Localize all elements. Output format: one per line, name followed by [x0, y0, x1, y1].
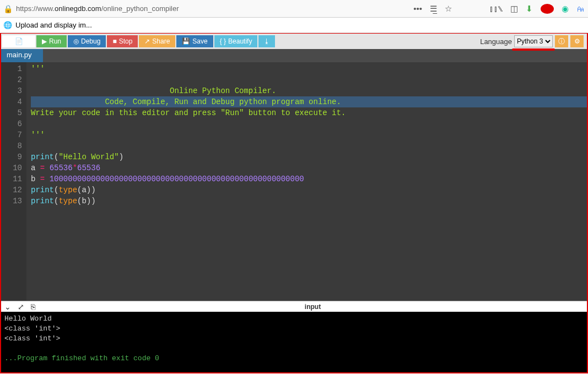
line-number: 3 [2, 85, 22, 96]
url-prefix: https://www. [16, 4, 55, 13]
line-gutter: 12345678910111213 [1, 62, 26, 301]
stop-button[interactable]: ■Stop [107, 35, 138, 47]
copy-icon[interactable]: ⎘ [31, 302, 35, 311]
line-number: 2 [2, 74, 22, 85]
globe-icon: 🌐 [3, 21, 12, 29]
line-number: 1 [2, 63, 22, 74]
console-line: <class 'int'> [4, 334, 584, 344]
url-domain: onlinegdb.com [55, 4, 101, 13]
code-editor[interactable]: 12345678910111213 ''' Online Python Comp… [1, 62, 587, 301]
main-toolbar: 📄 ▶Run ◎Debug ■Stop ↗Share 💾Save { }Beau… [1, 34, 587, 49]
code-line[interactable]: ''' [31, 129, 587, 140]
console-output[interactable]: Hello World<class 'int'><class 'int'> ..… [1, 312, 587, 372]
editor-tab-label: main.py [7, 51, 32, 59]
code-line[interactable]: print("Hello World") [31, 151, 587, 162]
debug-label: Debug [81, 37, 100, 45]
line-number: 12 [2, 185, 22, 196]
info-icon: ⓘ [558, 37, 565, 46]
save-button[interactable]: 💾Save [176, 35, 213, 47]
console-exit-line: ...Program finished with exit code 0 [4, 354, 584, 364]
chevron-down-icon[interactable]: ⌄ [4, 302, 11, 311]
stop-label: Stop [119, 37, 133, 45]
share-label: Share [152, 37, 170, 45]
line-number: 9 [2, 151, 22, 162]
target-icon: ◎ [73, 37, 79, 45]
line-number: 5 [2, 107, 22, 118]
save-label: Save [192, 37, 207, 45]
download-button[interactable]: ⭳ [258, 35, 275, 47]
code-line[interactable]: Write your code in this editor and press… [31, 107, 587, 118]
language-label: Language [480, 37, 512, 46]
console-toolbar: ⌄ ⤢ ⎘ input [1, 301, 587, 312]
save-icon: 💾 [182, 37, 190, 45]
beautify-label: Beautify [228, 37, 252, 45]
browser-actions: ••• ☰̲ ☆ ⫿⫿⑊ ◫ ⬇ ◉ 🗛 [413, 4, 585, 14]
lock-icon: 🔒 [3, 4, 13, 13]
code-line[interactable] [31, 118, 587, 129]
code-line[interactable]: print(type(a)) [31, 185, 587, 196]
play-icon: ▶ [42, 37, 47, 45]
language-select[interactable]: Python 3 [514, 35, 553, 47]
code-line[interactable]: a = 65536*65536 [31, 162, 587, 174]
share-icon: ↗ [144, 37, 150, 45]
reader-icon[interactable]: ☰̲ [430, 4, 437, 14]
translate-icon[interactable]: 🗛 [576, 4, 585, 13]
gear-icon: ⚙ [574, 37, 580, 45]
console-line: <class 'int'> [4, 324, 584, 334]
line-number: 8 [2, 140, 22, 151]
run-button[interactable]: ▶Run [36, 35, 67, 47]
url-path: /online_python_compiler [101, 4, 179, 13]
input-label: input [42, 303, 584, 311]
more-icon[interactable]: ••• [413, 4, 422, 13]
stop-icon: ■ [112, 37, 116, 45]
line-number: 10 [2, 162, 22, 174]
code-line[interactable]: Online Python Compiler. [31, 85, 587, 96]
beautify-button[interactable]: { }Beautify [214, 35, 258, 47]
browser-address-bar: 🔒 https://www.onlinegdb.com/online_pytho… [0, 0, 588, 18]
share-button[interactable]: ↗Share [139, 35, 175, 47]
console-line: Hello World [4, 314, 584, 324]
code-line[interactable]: b = 100000000000000000000000000000000000… [31, 174, 587, 185]
debug-button[interactable]: ◎Debug [68, 35, 106, 47]
code-line[interactable]: print(type(b)) [31, 196, 587, 207]
new-file-button[interactable]: 📄 [2, 35, 35, 47]
code-line[interactable]: ''' [31, 63, 587, 74]
grammarly-icon[interactable]: ◉ [562, 4, 569, 14]
url-input[interactable]: https://www.onlinegdb.com/online_python_… [16, 4, 413, 13]
extension-red-icon[interactable] [541, 4, 554, 14]
info-button[interactable]: ⓘ [555, 35, 568, 47]
expand-icon[interactable]: ⤢ [18, 302, 24, 311]
library-icon[interactable]: ⫿⫿⑊ [489, 4, 503, 13]
line-number: 13 [2, 196, 22, 207]
line-number: 7 [2, 129, 22, 140]
code-line[interactable] [31, 140, 587, 151]
editor-tabs: main.py [1, 49, 587, 62]
download-arrow-icon[interactable]: ⬇ [526, 4, 533, 14]
line-number: 4 [2, 96, 22, 107]
code-line[interactable]: Code, Compile, Run and Debug python prog… [31, 96, 587, 107]
code-line[interactable] [31, 74, 587, 85]
editor-tab-main[interactable]: main.py [1, 49, 43, 62]
settings-button[interactable]: ⚙ [570, 35, 584, 47]
browser-tab-strip: 🌐 Upload and display im... [0, 18, 588, 33]
braces-icon: { } [220, 37, 226, 45]
run-label: Run [49, 37, 61, 45]
line-number: 6 [2, 118, 22, 129]
file-icon: 📄 [15, 37, 23, 45]
sidebar-icon[interactable]: ◫ [510, 4, 518, 14]
tab-title[interactable]: Upload and display im... [15, 21, 92, 29]
code-area[interactable]: ''' Online Python Compiler. Code, Compil… [26, 62, 587, 301]
download-icon: ⭳ [263, 37, 270, 45]
bookmark-star-icon[interactable]: ☆ [445, 4, 452, 14]
red-underline-annotation [512, 48, 555, 51]
line-number: 11 [2, 174, 22, 185]
app-container: 📄 ▶Run ◎Debug ■Stop ↗Share 💾Save { }Beau… [0, 33, 588, 373]
